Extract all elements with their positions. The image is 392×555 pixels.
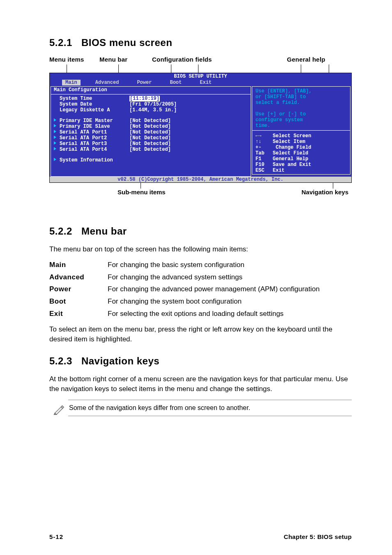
- tab-main[interactable]: Main: [62, 80, 81, 85]
- menu-item-value: [1.44M, 3.5 in.]: [129, 107, 177, 113]
- general-help-panel: Use [ENTER], [TAB],or [SHIFT-TAB] tosele…: [252, 86, 350, 175]
- key-desc: Select Field: [273, 150, 308, 156]
- help-line: time.: [256, 123, 347, 129]
- figure-top-labels: Menu items Menu bar Configuration fields…: [49, 56, 352, 63]
- menu-item-value: [Not Detected]: [129, 129, 171, 135]
- definition-row: MainFor changing the basic system config…: [49, 260, 352, 270]
- menu-row[interactable]: Serial ATA Port1[Not Detected]: [54, 129, 248, 135]
- bios-title: BIOS SETUP UTILITY: [174, 74, 227, 79]
- menu-item-label: Legacy Diskette A: [60, 107, 129, 113]
- submenu-marker-icon: [54, 129, 60, 135]
- definition-row: PowerFor changing the advanced power man…: [49, 284, 352, 294]
- submenu-marker-icon: [54, 118, 60, 124]
- paragraph: At the bottom right corner of a menu scr…: [49, 374, 352, 394]
- key-label: ←→: [256, 133, 273, 139]
- submenu-marker-icon: [54, 124, 60, 129]
- menu-item-label: System Date: [60, 101, 129, 107]
- label-config-fields: Configuration fields: [152, 56, 238, 63]
- heading-number: 5.2.1: [49, 37, 72, 48]
- help-text: Use [ENTER], [TAB],or [SHIFT-TAB] tosele…: [252, 87, 350, 131]
- definition-desc: For changing the advanced power manageme…: [108, 284, 352, 294]
- definition-term: Power: [49, 284, 108, 294]
- key-label: ↑↓: [256, 139, 273, 145]
- key-desc: Save and Exit: [273, 162, 311, 168]
- main-panel-title: Main Configuration: [51, 87, 250, 94]
- menu-item-value: [Not Detected]: [129, 124, 171, 129]
- heading-522: 5.2.2Menu bar: [49, 226, 352, 237]
- menu-item-label: Serial ATA Port4: [60, 147, 129, 152]
- menu-row[interactable]: Primary IDE Slave[Not Detected]: [54, 124, 248, 129]
- menu-item-value: [Not Detected]: [129, 141, 171, 147]
- menu-item-value: [Not Detected]: [129, 135, 171, 141]
- pencil-icon: [49, 400, 68, 415]
- menu-items-list: System Time[11:10:19]System Date[Fri 07/…: [51, 95, 250, 168]
- menu-row[interactable]: Serial ATA Port3[Not Detected]: [54, 141, 248, 147]
- key-desc: Select Screen: [273, 133, 311, 139]
- tab-advanced[interactable]: Advanced: [92, 80, 122, 85]
- menu-item-label: System Time: [60, 96, 129, 101]
- paragraph: To select an item on the menu bar, press…: [49, 325, 352, 344]
- menu-row[interactable]: Legacy Diskette A[1.44M, 3.5 in.]: [54, 107, 248, 113]
- definition-term: Boot: [49, 297, 108, 306]
- submenu-marker-icon: [54, 157, 60, 163]
- help-line: [256, 106, 347, 111]
- definition-term: Exit: [49, 309, 108, 319]
- menu-row[interactable]: System Time[11:10:19]: [54, 96, 248, 101]
- help-key-row: F1General Help: [256, 156, 347, 162]
- tab-exit[interactable]: Exit: [196, 80, 215, 85]
- key-desc: Change Field: [273, 145, 311, 150]
- paragraph: The menu bar on top of the screen has th…: [49, 244, 352, 254]
- label-sub-menu-items: Sub-menu items: [118, 189, 166, 196]
- menu-item-label: Primary IDE Master: [60, 118, 129, 124]
- submenu-marker-icon: [54, 147, 60, 152]
- menu-row[interactable]: System Date[Fri 07/15/2005]: [54, 101, 248, 107]
- callout-lines-top: [49, 64, 352, 73]
- menu-item-label: Primary IDE Slave: [60, 124, 129, 129]
- definition-term: Advanced: [49, 272, 108, 282]
- help-key-row: TabSelect Field: [256, 150, 347, 156]
- help-key-row: F10Save and Exit: [256, 162, 347, 168]
- menu-row[interactable]: Primary IDE Master[Not Detected]: [54, 118, 248, 124]
- label-menu-items: Menu items: [49, 56, 99, 63]
- menu-item-label: Serial ATA Port1: [60, 129, 129, 135]
- definition-desc: For changing the basic system configurat…: [108, 260, 352, 270]
- submenu-marker-icon: [54, 141, 60, 147]
- tab-power[interactable]: Power: [134, 80, 155, 85]
- submenu-marker-icon: [54, 135, 60, 141]
- help-key-row: ←→Select Screen: [256, 133, 347, 139]
- label-menu-bar: Menu bar: [99, 56, 152, 63]
- menu-item-value: [Fri 07/15/2005]: [129, 101, 177, 107]
- menu-item-value: [11:10:19]: [129, 96, 160, 101]
- help-line: Use [ENTER], [TAB],: [256, 88, 347, 94]
- key-label: ESC: [256, 168, 273, 173]
- heading-523: 5.2.3Navigation keys: [49, 355, 352, 367]
- tab-boot[interactable]: Boot: [166, 80, 185, 85]
- heading-521: 5.2.1BIOS menu screen: [49, 37, 352, 48]
- heading-text: Navigation keys: [81, 355, 159, 366]
- menu-row[interactable]: Serial ATA Port2[Not Detected]: [54, 135, 248, 141]
- bios-menu-bar: Main Advanced Power Boot Exit: [50, 80, 351, 85]
- help-keys: ←→Select Screen↑↓Select Item+- Change Fi…: [252, 131, 350, 174]
- menu-item-value: [Not Detected]: [129, 118, 171, 124]
- help-line: or [SHIFT-TAB] to: [256, 94, 347, 100]
- definition-desc: For changing the system boot configurati…: [108, 297, 352, 306]
- help-key-row: +- Change Field: [256, 145, 347, 150]
- definition-row: ExitFor selecting the exit options and l…: [49, 309, 352, 319]
- label-navigation-keys: Navigation keys: [302, 189, 348, 196]
- key-desc: General Help: [273, 156, 308, 162]
- definition-term: Main: [49, 260, 108, 270]
- key-label: F10: [256, 162, 273, 168]
- key-label: +-: [256, 145, 273, 150]
- heading-number: 5.2.3: [49, 355, 72, 366]
- menu-row[interactable]: Serial ATA Port4[Not Detected]: [54, 147, 248, 152]
- definition-desc: For changing the advanced system setting…: [108, 272, 352, 282]
- help-key-row: ↑↓Select Item: [256, 139, 347, 145]
- note-text: Some of the navigation keys differ from …: [68, 400, 352, 416]
- heading-text: Menu bar: [81, 226, 127, 237]
- bios-screen: BIOS SETUP UTILITY Main Advanced Power B…: [49, 73, 352, 183]
- menu-row[interactable]: System Information: [54, 157, 248, 163]
- help-line: Use [+] or [-] to: [256, 111, 347, 117]
- main-panel: Main Configuration: [51, 86, 251, 94]
- menu-item-label: Serial ATA Port2: [60, 135, 129, 141]
- menu-item-value: [Not Detected]: [129, 147, 171, 152]
